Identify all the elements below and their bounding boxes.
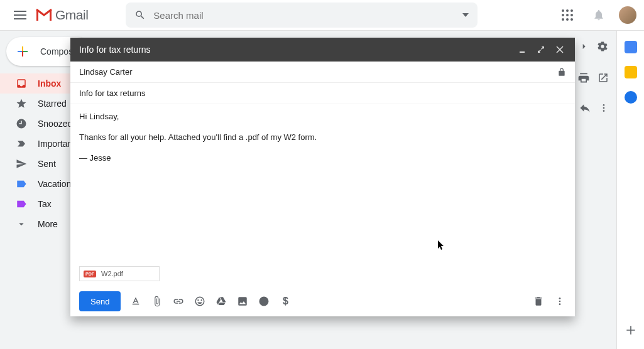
print-icon[interactable]: [577, 72, 590, 84]
svg-point-11: [603, 110, 605, 112]
emoji-button[interactable]: [194, 295, 206, 308]
gear-icon[interactable]: [596, 40, 609, 53]
svg-point-12: [559, 298, 561, 299]
svg-point-3: [562, 14, 564, 16]
body-line: — Jesse: [79, 152, 566, 165]
account-avatar[interactable]: [619, 6, 636, 24]
apps-button[interactable]: [556, 4, 579, 26]
pdf-badge-icon: PDF: [84, 271, 96, 277]
trash-icon: [533, 296, 544, 307]
lock-icon[interactable]: [557, 68, 566, 77]
compose-to-field[interactable]: Lindsay Carter: [70, 62, 575, 83]
sidebar-item-label: Snoozed: [38, 119, 72, 129]
confidential-icon: [258, 296, 270, 307]
compose-titlebar[interactable]: Info for tax returns: [70, 38, 575, 62]
attach-button[interactable]: [151, 295, 163, 308]
expand-icon: [537, 46, 545, 53]
chevron-right-icon[interactable]: [579, 41, 589, 51]
sidebar-item-label: Important: [38, 139, 75, 149]
money-button[interactable]: $: [279, 295, 292, 308]
keep-addon-icon[interactable]: [625, 66, 637, 78]
dropdown-triangle-icon: [462, 13, 469, 17]
minimize-button[interactable]: [516, 43, 528, 56]
send-icon: [15, 158, 28, 170]
gmail-logo-text: Gmail: [55, 8, 88, 23]
reply-icon[interactable]: [579, 102, 591, 114]
drive-button[interactable]: [215, 295, 227, 308]
minimize-icon: [518, 46, 526, 53]
main-menu-button[interactable]: [8, 3, 33, 28]
bell-icon: [592, 9, 605, 21]
body-line: Thanks for all your help. Attached you'l…: [79, 131, 566, 144]
gmail-logo-icon: [35, 8, 53, 22]
text-format-icon: [130, 296, 141, 307]
more-options-button[interactable]: [554, 295, 566, 308]
apps-grid-icon: [562, 9, 573, 21]
open-new-icon[interactable]: [598, 72, 609, 83]
svg-point-2: [570, 9, 573, 12]
close-icon: [556, 46, 564, 53]
formatting-button[interactable]: [129, 295, 142, 308]
drive-icon: [216, 296, 227, 307]
svg-point-8: [570, 18, 573, 21]
compose-plus-icon: [15, 44, 30, 59]
sidebar-item-label: Tax: [38, 199, 52, 209]
notifications-button[interactable]: [587, 4, 610, 26]
svg-point-9: [603, 104, 605, 106]
svg-point-1: [566, 9, 569, 12]
compose-body[interactable]: Hi Lindsay, Thanks for all your help. At…: [70, 104, 575, 266]
emoji-icon: [194, 296, 205, 307]
gmail-logo[interactable]: Gmail: [35, 8, 88, 23]
star-icon: [15, 97, 28, 110]
background-toolbar: [577, 40, 609, 114]
search-icon: [134, 9, 146, 21]
compose-to-value: Lindsay Carter: [79, 67, 133, 77]
svg-point-10: [603, 107, 605, 109]
inbox-icon: [15, 77, 28, 90]
important-icon: [15, 137, 28, 150]
more-vert-icon[interactable]: [599, 103, 609, 113]
attachment-chip[interactable]: PDF W2.pdf: [79, 266, 160, 281]
hamburger-icon: [14, 11, 26, 19]
svg-point-5: [570, 14, 573, 16]
label-icon: [15, 178, 28, 190]
discard-button[interactable]: [532, 295, 545, 308]
app-header: Gmail: [0, 0, 644, 31]
chevron-down-icon: [15, 218, 28, 230]
close-button[interactable]: [554, 43, 566, 56]
side-panel: [616, 31, 644, 349]
tasks-addon-icon[interactable]: [625, 91, 637, 104]
header-actions: [556, 4, 636, 26]
photo-button[interactable]: [236, 295, 249, 308]
more-vert-icon: [555, 296, 565, 306]
send-button[interactable]: Send: [79, 291, 121, 311]
svg-point-0: [562, 9, 564, 12]
fullscreen-button[interactable]: [535, 43, 547, 56]
link-button[interactable]: [172, 295, 185, 308]
compose-toolbar: Send $: [70, 286, 575, 316]
svg-point-13: [559, 301, 561, 303]
svg-point-7: [566, 18, 569, 21]
clock-icon: [15, 117, 28, 130]
confidential-button[interactable]: [258, 295, 270, 308]
label-icon: [15, 198, 28, 210]
add-addon-button[interactable]: [625, 324, 637, 336]
image-icon: [237, 296, 248, 307]
compose-subject-value: Info for tax returns: [79, 89, 146, 98]
calendar-addon-icon[interactable]: [625, 41, 637, 53]
search-options-button[interactable]: [462, 13, 469, 17]
compose-subject-field[interactable]: Info for tax returns: [70, 83, 575, 104]
sidebar-item-label: More: [38, 219, 58, 229]
search-input[interactable]: [153, 10, 462, 21]
attachment-name: W2.pdf: [101, 270, 123, 277]
search-bar[interactable]: [126, 3, 478, 28]
sidebar-item-label: Starred: [38, 99, 67, 109]
link-icon: [173, 296, 184, 307]
compose-title: Info for tax returns: [79, 45, 151, 55]
body-line: Hi Lindsay,: [79, 110, 566, 124]
compose-dialog: Info for tax returns Lindsay Carter Info…: [70, 38, 575, 316]
svg-point-6: [562, 18, 564, 21]
plus-icon: [625, 324, 637, 336]
svg-point-4: [566, 14, 569, 16]
sidebar-item-label: Inbox: [38, 78, 61, 89]
